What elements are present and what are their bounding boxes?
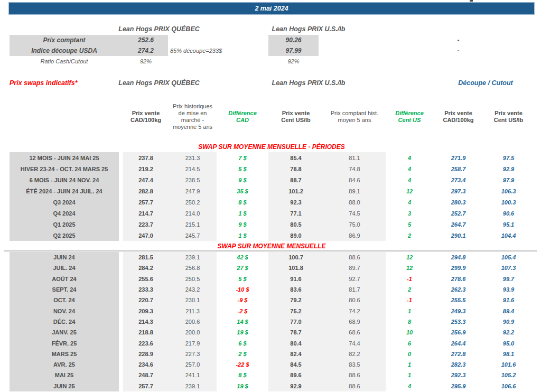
spot-us-value: 92% <box>268 56 319 67</box>
cell-qc-hist: 227.3 <box>169 349 217 359</box>
cell-cutout-cad: 297.3 <box>433 185 483 197</box>
cell-cutout-us: 104.4 <box>483 230 534 241</box>
cell-qc-hist: 245.7 <box>169 230 217 241</box>
cell-us-hist: 83.5 <box>323 359 386 370</box>
cell-label: MARS 25 <box>10 349 119 359</box>
column-header-row: Prix vente CAD/100kg Prix historiques de… <box>10 97 534 136</box>
cell-gutter <box>119 349 123 359</box>
cell-label: ÉTÉ 2024 - JUIN 24 JUIL. 24 <box>10 185 119 197</box>
cell-qc-hist: 239.1 <box>169 381 217 391</box>
cell-diff-us: 6 <box>386 338 433 348</box>
column-header-diff-us: Différence Cent US <box>386 97 433 136</box>
cell-cutout-us: 89.4 <box>483 305 534 316</box>
cell-us-sale: 88.7 <box>268 174 323 185</box>
cell-qc-hist: 250.2 <box>169 197 217 208</box>
cell-label: NOV. 24 <box>10 305 119 316</box>
cell-gutter <box>119 230 123 241</box>
cell-us-hist: 68.9 <box>323 316 386 327</box>
cell-qc-sale: 223.6 <box>123 338 169 348</box>
cell-diff-cad: 1 $ <box>217 208 268 219</box>
cell-us-sale: 83.6 <box>268 284 323 295</box>
cell-diff-us: 4 <box>386 197 433 208</box>
cell-cutout-cad: 282.3 <box>433 359 483 370</box>
cell-diff-cad: 9 $ <box>217 174 268 185</box>
cell-diff-us: -1 <box>386 274 433 284</box>
cell-label: Q4 2024 <box>10 208 119 219</box>
cell-diff-cad: 6 $ <box>217 338 268 348</box>
cell-gutter <box>119 163 123 174</box>
cell-qc-sale: 255.6 <box>123 274 169 284</box>
cell-us-hist: 80.6 <box>323 295 386 305</box>
spot-qc-value: 92% <box>123 56 169 67</box>
cell-label: HIVER 23-24 - OCT. 24 MARS 25 <box>10 163 119 174</box>
cell-us-sale: 80.5 <box>268 219 323 230</box>
cell-diff-cad: 8 $ <box>217 197 268 208</box>
cell-diff-us: 3 <box>386 208 433 219</box>
cell-diff-us: 1 <box>386 370 433 380</box>
cell-qc-sale: 214.7 <box>123 208 169 219</box>
spot-quebec-header: Lean Hogs PRIX QUÉBEC <box>80 24 238 34</box>
cell-cutout-us: 105.4 <box>483 252 534 263</box>
cell-qc-hist: 250.5 <box>169 274 217 284</box>
cell-gutter <box>119 316 123 327</box>
cell-us-hist: 84.6 <box>323 174 386 185</box>
cell-gutter <box>119 359 123 370</box>
cell-cutout-us: 90.6 <box>483 208 534 219</box>
cell-cutout-cad: 295.9 <box>433 381 483 391</box>
cell-us-sale: 77.1 <box>268 208 323 219</box>
cell-label: JUIL. 24 <box>10 263 119 273</box>
cell-diff-us: 4 <box>386 152 433 163</box>
spot-cutout-dash: - <box>433 45 483 56</box>
cell-cutout-us: 97.9 <box>483 174 534 185</box>
column-header-cutout-us: Prix vente Cent US/lb <box>483 97 534 136</box>
cell-diff-cad: -10 $ <box>217 284 268 295</box>
cell-gutter <box>119 305 123 316</box>
cell-qc-hist: 217.9 <box>169 338 217 348</box>
cell-cutout-cad: 271.9 <box>433 152 483 163</box>
cell-us-hist: 75.0 <box>323 219 386 230</box>
cell-us-hist: 88.6 <box>323 381 386 391</box>
cell-diff-cad: 35 $ <box>217 185 268 197</box>
cell-us-sale: 82.4 <box>268 349 323 359</box>
cell-us-sale: 92.9 <box>268 381 323 391</box>
column-header-empty <box>10 97 119 136</box>
cell-cutout-cad: 272.8 <box>433 349 483 359</box>
cell-cutout-us: 100.3 <box>483 197 534 208</box>
cell-qc-sale: 234.6 <box>123 359 169 370</box>
cell-label: JANV. 25 <box>10 327 119 338</box>
cell-cutout-us: 105.2 <box>483 370 534 380</box>
cell-gutter <box>119 152 123 163</box>
cell-us-hist: 74.5 <box>323 208 386 219</box>
hog-price-report: 2 mai 2024 Lean Hogs PRIX QUÉBEC Lean Ho… <box>0 0 541 392</box>
swaps-us-header: Lean Hogs PRIX U.S./lb <box>229 78 388 88</box>
cell-gutter <box>119 208 123 219</box>
cell-qc-sale: 257.7 <box>123 381 169 391</box>
cutout-note: 85% découpe=233$ <box>170 45 268 56</box>
cell-us-sale: 91.6 <box>268 274 323 284</box>
column-header-qc-sale: Prix vente CAD/100kg <box>123 97 169 136</box>
cell-diff-cad: 2 $ <box>217 349 268 359</box>
cell-label: FÉVR. 25 <box>10 338 119 348</box>
cell-qc-sale: 282.8 <box>123 185 169 197</box>
cell-label: Q2 2025 <box>10 230 119 241</box>
cell-diff-cad: 8 $ <box>217 370 268 380</box>
spot-us-value: 90.26 <box>268 35 319 45</box>
spot-qc-value: 252.6 <box>123 35 169 45</box>
cell-diff-cad: -22 $ <box>217 359 268 370</box>
cell-us-sale: 78.7 <box>268 327 323 338</box>
cell-us-hist: 74.4 <box>323 338 386 348</box>
cell-gutter <box>119 263 123 273</box>
cell-us-sale: 84.5 <box>268 359 323 370</box>
cell-us-sale: 79.2 <box>268 295 323 305</box>
cell-us-hist: 81.7 <box>323 284 386 295</box>
cell-diff-cad: 19 $ <box>217 327 268 338</box>
cell-us-sale: 101.2 <box>268 185 323 197</box>
cell-gutter <box>119 338 123 348</box>
artifact-mark <box>470 0 473 2</box>
cell-diff-us: 4 <box>386 381 433 391</box>
cell-cutout-cad: 294.8 <box>433 252 483 263</box>
column-header-diff-cad: Différence CAD <box>217 97 268 136</box>
cell-label: AVR. 25 <box>10 359 119 370</box>
cell-qc-sale: 281.5 <box>123 252 169 263</box>
spot-us-value: 97.99 <box>268 45 319 56</box>
